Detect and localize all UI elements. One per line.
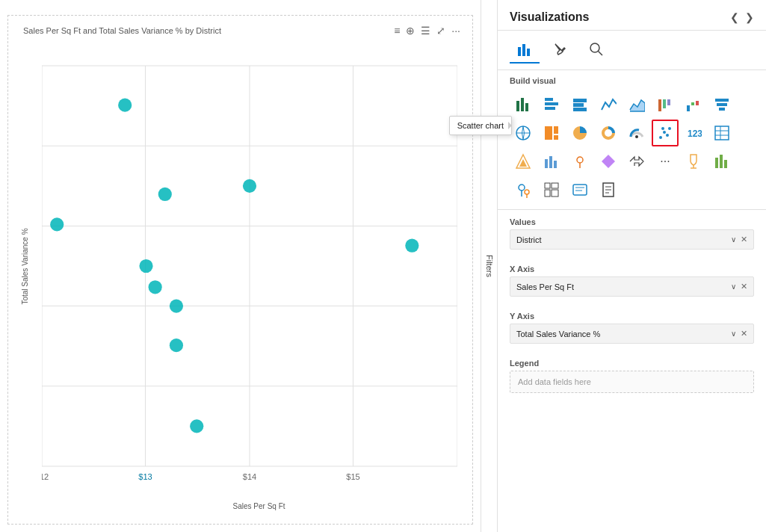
- pin-icon[interactable]: ⊕: [406, 25, 415, 37]
- nav-left-arrow[interactable]: ❮: [730, 11, 739, 23]
- values-section: Values District ∨ ✕: [498, 210, 766, 257]
- legend-placeholder[interactable]: Add data fields here: [510, 371, 754, 393]
- stacked-bar-icon[interactable]: [566, 91, 593, 118]
- svg-point-62: [666, 134, 669, 137]
- svg-rect-31: [518, 47, 521, 56]
- expand-icon[interactable]: ⤢: [436, 25, 445, 37]
- svg-rect-50: [696, 101, 699, 105]
- legend-section: Legend Add data fields here: [498, 351, 766, 400]
- build-visual-tab[interactable]: [510, 37, 540, 64]
- svg-rect-46: [663, 99, 666, 108]
- svg-rect-41: [545, 98, 553, 101]
- svg-rect-49: [691, 102, 694, 105]
- funnel-icon[interactable]: [708, 91, 735, 118]
- pin-map-icon[interactable]: [510, 176, 537, 203]
- svg-line-35: [599, 52, 603, 56]
- svg-text:$15: $15: [346, 472, 360, 481]
- waterfall-icon[interactable]: [680, 91, 707, 118]
- viz-header: Visualizations ❮ ❯: [498, 0, 766, 31]
- table-icon[interactable]: [708, 120, 735, 146]
- kpi-icon[interactable]: 123: [680, 120, 707, 146]
- xaxis-remove[interactable]: ✕: [741, 282, 747, 291]
- triangle-icon[interactable]: [510, 148, 537, 175]
- scatter-chart-tooltip: Scatter chart: [449, 116, 512, 135]
- svg-rect-73: [549, 156, 552, 168]
- more-icon[interactable]: ···: [451, 25, 460, 37]
- bar-chart-icon[interactable]: [510, 91, 537, 118]
- svg-point-26: [170, 299, 183, 312]
- trophy-icon[interactable]: [680, 148, 707, 175]
- viz-panel-title: Visualizations: [510, 10, 589, 24]
- column-chart-icon[interactable]: [538, 91, 565, 118]
- scatter-area: 0% -2% -4% -6% -8% -10% $12 $13 $14 $15: [42, 46, 457, 486]
- svg-rect-85: [552, 183, 558, 188]
- svg-rect-88: [573, 185, 587, 195]
- chart-panel: ≡ ⊕ ☰ ⤢ ··· Sales Per Sq Ft and Total Sa…: [0, 0, 481, 532]
- svg-rect-66: [715, 126, 729, 140]
- svg-rect-40: [545, 107, 555, 110]
- pie-chart-icon[interactable]: [566, 120, 593, 146]
- gauge-icon[interactable]: [623, 120, 650, 146]
- values-label: Values: [510, 217, 754, 226]
- svg-point-23: [139, 259, 152, 273]
- scatter-svg: 0% -2% -4% -6% -8% -10% $12 $13 $14 $15: [42, 46, 457, 486]
- district-field-pill[interactable]: District ∨ ✕: [510, 229, 754, 250]
- column-bar-icon2[interactable]: [538, 148, 565, 175]
- format-visual-tab[interactable]: [546, 37, 575, 64]
- donut-icon[interactable]: [595, 120, 622, 146]
- treemap-icon[interactable]: [538, 120, 565, 146]
- geo-icon[interactable]: [566, 148, 593, 175]
- viz-top-icons-row: [498, 31, 766, 70]
- svg-rect-81: [724, 160, 727, 168]
- yaxis-field-pill[interactable]: Total Sales Variance % ∨ ✕: [510, 324, 754, 344]
- filter-icon[interactable]: ☰: [421, 25, 430, 37]
- bar-chart2-icon[interactable]: [708, 148, 735, 175]
- svg-rect-72: [545, 159, 548, 168]
- ribbon-chart-icon[interactable]: [652, 91, 679, 118]
- line-chart-icon[interactable]: [595, 91, 622, 118]
- xaxis-chevron[interactable]: ∨: [731, 282, 736, 291]
- paginated-icon[interactable]: [595, 176, 622, 203]
- svg-rect-74: [554, 161, 557, 168]
- svg-rect-45: [658, 99, 661, 111]
- svg-point-75: [577, 157, 583, 163]
- svg-rect-79: [715, 158, 718, 168]
- svg-point-24: [149, 280, 162, 294]
- svg-point-21: [50, 217, 64, 231]
- svg-point-82: [519, 185, 525, 191]
- svg-rect-33: [527, 49, 530, 56]
- xaxis-section: X Axis Sales Per Sq Ft ∨ ✕: [498, 257, 766, 304]
- district-pill-actions: ∨ ✕: [731, 235, 747, 244]
- format-icon[interactable]: ≡: [394, 25, 400, 37]
- svg-point-30: [405, 239, 418, 253]
- legend-label: Legend: [510, 359, 754, 368]
- district-field-text: District: [516, 235, 542, 244]
- yaxis-chevron[interactable]: ∨: [731, 330, 736, 338]
- district-chevron[interactable]: ∨: [731, 235, 736, 244]
- svg-rect-51: [715, 99, 729, 102]
- matrix-icon[interactable]: [538, 176, 565, 203]
- svg-rect-56: [545, 126, 552, 140]
- svg-point-25: [158, 188, 172, 201]
- analytics-tab[interactable]: [581, 37, 611, 64]
- svg-point-83: [525, 190, 529, 194]
- svg-text:$12: $12: [42, 472, 49, 481]
- diamond-icon[interactable]: [595, 148, 622, 175]
- xaxis-field-pill[interactable]: Sales Per Sq Ft ∨ ✕: [510, 276, 754, 297]
- svg-rect-43: [573, 103, 584, 107]
- yaxis-remove[interactable]: ✕: [741, 329, 747, 338]
- area-chart-icon[interactable]: [623, 91, 650, 118]
- arrows-icon[interactable]: [623, 148, 650, 175]
- svg-point-59: [635, 135, 638, 138]
- nav-right-arrow[interactable]: ❯: [745, 11, 754, 23]
- chart-toolbar: ≡ ⊕ ☰ ⤢ ···: [388, 22, 466, 40]
- svg-rect-86: [545, 190, 550, 197]
- svg-point-60: [659, 136, 662, 139]
- svg-rect-48: [687, 105, 690, 111]
- filters-tab[interactable]: Filters: [481, 0, 497, 532]
- district-remove[interactable]: ✕: [741, 235, 747, 244]
- svg-rect-80: [720, 155, 723, 168]
- more-visuals-icon[interactable]: ···: [652, 148, 679, 175]
- smart-narrative-icon[interactable]: [566, 176, 593, 203]
- scatter-chart-btn active[interactable]: [652, 120, 679, 146]
